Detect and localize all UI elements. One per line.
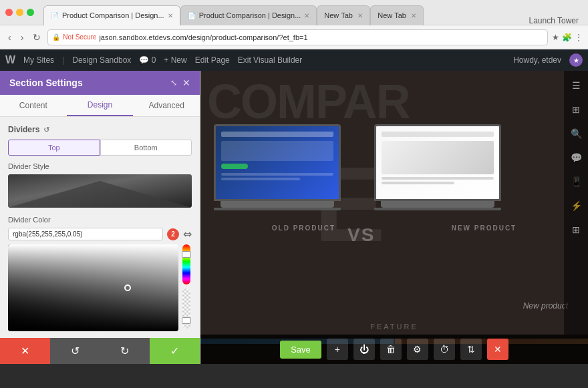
- browser-tab-3[interactable]: New Tab ✕: [317, 5, 370, 25]
- color-swap-button[interactable]: ⇔: [183, 228, 192, 240]
- sidebar-grid-icon[interactable]: ⊞: [567, 100, 585, 119]
- redo-button[interactable]: ↻: [100, 338, 150, 364]
- dividers-section-label: Dividers ↺: [8, 125, 192, 134]
- lock-icon: 🔒: [52, 33, 60, 41]
- left-screen-cta: [221, 164, 248, 169]
- design-sandbox-link[interactable]: Design Sandbox: [72, 55, 131, 65]
- left-screen-text-1: [221, 173, 333, 176]
- layout-button[interactable]: ⇅: [460, 339, 482, 360]
- tab-2-close[interactable]: ✕: [304, 12, 309, 19]
- sidebar-chat-icon[interactable]: 💬: [567, 148, 585, 167]
- history-button[interactable]: ⏱: [434, 339, 455, 360]
- delete-button[interactable]: 🗑: [380, 339, 402, 360]
- right-screen-image: [382, 141, 494, 174]
- panel-title: Section Settings: [9, 77, 83, 88]
- left-screen-text-2: [221, 178, 300, 180]
- wp-logo-icon[interactable]: W: [5, 54, 15, 66]
- laptop-right-screen: [374, 124, 501, 201]
- sidebar-device-icon[interactable]: 📱: [567, 172, 585, 191]
- address-bar[interactable]: 🔒 Not Secure jason.sandbox.etdevs.com/de…: [47, 29, 548, 45]
- divider-style-preview[interactable]: 1: [8, 174, 192, 208]
- forward-button[interactable]: ›: [18, 31, 27, 44]
- separator-1: |: [62, 55, 64, 65]
- tab-1-label: Product Comparison | Design...: [62, 11, 164, 19]
- close-panel-icon[interactable]: ✕: [182, 77, 190, 88]
- add-element-button[interactable]: +: [327, 339, 348, 360]
- left-screen-nav: [221, 132, 333, 137]
- top-bottom-toggle: Top Bottom: [8, 140, 192, 156]
- nav-extras: ★ 🧩 ⋮: [552, 33, 583, 42]
- save-button[interactable]: Save: [280, 341, 321, 359]
- cancel-button[interactable]: ✕: [0, 338, 50, 364]
- close-traffic-light[interactable]: [5, 9, 13, 16]
- user-avatar[interactable]: ★: [569, 53, 583, 67]
- exit-visual-builder-link[interactable]: Exit Visual Builder: [238, 55, 303, 65]
- preview-area: COMPAR E VS: [200, 71, 588, 364]
- browser-chrome: 📄 Product Comparison | Design... ✕ 📄 Pro…: [0, 0, 588, 25]
- divider-style-label: Divider Style: [8, 162, 192, 170]
- builder-bottom-toolbar: Save + ⏻ 🗑 ⚙ ⏱ ⇅ ✕: [200, 335, 588, 364]
- menu-icon[interactable]: ⋮: [575, 33, 583, 42]
- confirm-button[interactable]: ✓: [150, 338, 200, 364]
- new-content-link[interactable]: + New: [164, 55, 186, 65]
- panel-header-icons: ⤡ ✕: [170, 77, 190, 88]
- main-area: Section Settings ⤡ ✕ Content Design Adva…: [0, 71, 588, 364]
- minimize-traffic-light[interactable]: [16, 9, 23, 16]
- panel-header: Section Settings ⤡ ✕: [0, 71, 200, 95]
- reset-dividers-icon[interactable]: ↺: [43, 126, 49, 134]
- traffic-lights: [5, 9, 34, 16]
- hue-slider-handle[interactable]: [182, 251, 191, 258]
- browser-tab-4[interactable]: New Tab ✕: [370, 5, 424, 25]
- edit-page-link[interactable]: Edit Page: [195, 55, 230, 65]
- left-panel: Section Settings ⤡ ✕ Content Design Adva…: [0, 71, 200, 364]
- top-toggle-btn[interactable]: Top: [8, 140, 100, 156]
- url-display: jason.sandbox.etdevs.com/design/product-…: [99, 33, 307, 41]
- extensions-icon[interactable]: 🧩: [562, 33, 572, 42]
- tab-content[interactable]: Content: [0, 95, 67, 116]
- color-value-display[interactable]: rgba(255,255,255,0.05): [8, 228, 163, 240]
- right-screen-text-2: [382, 182, 454, 184]
- close-builder-button[interactable]: ✕: [487, 339, 508, 360]
- tab-3-label: New Tab: [324, 11, 353, 19]
- laptop-left-base: [220, 201, 334, 208]
- tab-4-close[interactable]: ✕: [411, 12, 416, 19]
- howdy-label: Howdy, etdev: [513, 55, 561, 65]
- tab-1-close[interactable]: ✕: [168, 12, 173, 19]
- browser-tab-1[interactable]: 📄 Product Comparison | Design... ✕: [43, 5, 180, 25]
- laptop-left-foot: [214, 208, 341, 210]
- comments-icon[interactable]: 💬 0: [139, 55, 156, 65]
- sidebar-search-icon[interactable]: 🔍: [567, 124, 585, 143]
- bottom-toggle-btn[interactable]: Bottom: [100, 140, 192, 156]
- bookmark-icon[interactable]: ★: [552, 33, 559, 42]
- right-screen-text-1: [382, 177, 494, 180]
- back-button[interactable]: ‹: [5, 31, 14, 44]
- left-screen-content: [216, 126, 339, 199]
- sidebar-responsive-icon[interactable]: ⚡: [567, 196, 585, 215]
- product-labels: OLD PRODUCT NEW PRODUCT: [200, 224, 588, 232]
- not-secure-label: Not Secure: [63, 33, 96, 41]
- step-2-badge: 2: [167, 228, 179, 240]
- my-sites-link[interactable]: My Sites: [23, 55, 54, 65]
- refresh-button[interactable]: ↻: [30, 31, 43, 44]
- gradient-picker[interactable]: [8, 244, 178, 331]
- left-screen-hero: [221, 141, 333, 161]
- tab-design[interactable]: Design: [67, 95, 134, 116]
- laptop-left-screen: [214, 124, 341, 201]
- alpha-slider-handle[interactable]: [182, 317, 191, 324]
- tab-3-close[interactable]: ✕: [357, 12, 363, 19]
- settings-button[interactable]: ⚙: [407, 339, 428, 360]
- tab-advanced[interactable]: Advanced: [133, 95, 200, 116]
- maximize-traffic-light[interactable]: [27, 9, 34, 16]
- undo-button[interactable]: ↺: [50, 338, 100, 364]
- laptop-new-product: [374, 124, 501, 218]
- sidebar-apps-icon[interactable]: ⊞: [567, 220, 585, 239]
- hue-slider[interactable]: [182, 244, 190, 284]
- expand-icon[interactable]: ⤡: [170, 78, 177, 87]
- launch-tower-label: Launch Tower: [525, 16, 583, 25]
- browser-tab-2[interactable]: 📄 Product Comparison | Design... ✕: [180, 5, 317, 25]
- power-button[interactable]: ⏻: [353, 339, 375, 360]
- sidebar-menu-icon[interactable]: ☰: [567, 76, 585, 95]
- color-crosshair[interactable]: [124, 284, 131, 291]
- alpha-slider[interactable]: [182, 288, 190, 329]
- old-product-label: OLD PRODUCT: [272, 224, 335, 232]
